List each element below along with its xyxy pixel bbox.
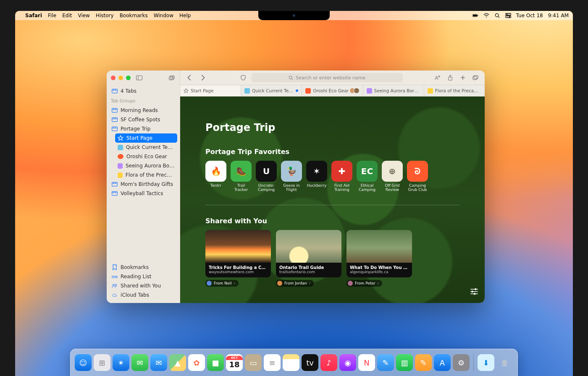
- shared-card[interactable]: What To Do When You See a Moo…algonquinp…: [346, 230, 412, 277]
- forward-button[interactable]: [198, 73, 208, 82]
- svg-rect-6: [505, 13, 511, 15]
- wifi-icon[interactable]: [483, 13, 489, 18]
- sidebar-tab[interactable]: Seeing Aurora Bore…: [115, 161, 177, 170]
- dock-app-music[interactable]: ♪: [320, 354, 337, 371]
- sidebar-tab-group[interactable]: Volleyball Tactics: [109, 189, 177, 198]
- menu-window[interactable]: Window: [154, 13, 173, 18]
- control-center-icon[interactable]: [505, 13, 511, 18]
- svg-rect-24: [112, 118, 118, 121]
- dock-app-tv[interactable]: tv: [302, 354, 318, 371]
- share-tab-group-button[interactable]: [433, 73, 443, 82]
- dock-app-news[interactable]: N: [358, 354, 375, 371]
- favorite-tile[interactable]: 🔥Tentrr: [205, 161, 226, 192]
- window-traffic-lights: [111, 76, 131, 80]
- sidebar-reading-list[interactable]: Reading List: [109, 272, 177, 281]
- shared-section-title: Shared with You: [205, 217, 459, 225]
- sidebar-tab-group[interactable]: Portage Trip: [109, 124, 177, 133]
- dock-app-keynote[interactable]: ✎: [415, 354, 432, 371]
- svg-point-60: [471, 291, 473, 292]
- favorite-tile[interactable]: ECEthical Camping: [357, 161, 378, 192]
- svg-rect-10: [136, 76, 142, 80]
- shared-from-pill[interactable]: From Neil›: [205, 280, 239, 287]
- new-tab-button[interactable]: [458, 73, 468, 82]
- tab[interactable]: Oroshi Eco Gear: [302, 85, 363, 96]
- tab[interactable]: Flora of the Precambi…: [424, 85, 485, 96]
- favorite-tile[interactable]: 🦆Geese in Flight: [281, 161, 302, 192]
- shared-from-pill[interactable]: From Jordan›: [276, 280, 314, 287]
- sidebar-tab-group[interactable]: Mom's Birthday Gifts: [109, 180, 177, 189]
- dock-app-podcasts[interactable]: ◉: [339, 354, 356, 371]
- favorite-tile[interactable]: 🥾Trail Tracker: [231, 161, 252, 192]
- dock-app-finder[interactable]: ☺: [75, 354, 92, 371]
- customize-start-page-button[interactable]: [470, 288, 479, 297]
- sidebar-tab[interactable]: Oroshi Eco Gear: [115, 152, 177, 161]
- sidebar-start-page[interactable]: Start Page: [115, 133, 177, 143]
- privacy-report-button[interactable]: [238, 73, 248, 82]
- sidebar-tab-group[interactable]: Morning Reads: [109, 106, 177, 115]
- section-divider: [205, 205, 459, 205]
- favorite-tile[interactable]: ᘐCamping Grub Club: [407, 161, 428, 192]
- dock-app-contacts[interactable]: ▭: [245, 354, 262, 371]
- shared-from-pill[interactable]: From Peter›: [346, 280, 382, 287]
- dock-app-reminders[interactable]: ≡: [264, 354, 281, 371]
- dock-app-calendar[interactable]: OCT18: [226, 354, 243, 371]
- favorite-tile[interactable]: UUncrate: Camping: [256, 161, 277, 192]
- menubar-date[interactable]: Tue Oct 18: [516, 13, 543, 18]
- safari-window: 4 Tabs Tab Groups Morning ReadsSF Coffee…: [107, 70, 485, 303]
- menu-bookmarks[interactable]: Bookmarks: [120, 13, 148, 18]
- sidebar-bookmarks[interactable]: Bookmarks: [109, 263, 177, 272]
- zoom-window-button[interactable]: [126, 76, 131, 80]
- dock-app-facetime[interactable]: ■: [207, 354, 224, 371]
- new-tab-group-button[interactable]: [167, 74, 176, 81]
- dock-app-numbers[interactable]: ▥: [396, 354, 413, 371]
- menu-view[interactable]: View: [78, 13, 89, 18]
- dock-app-mail[interactable]: ✉: [150, 354, 167, 371]
- back-button[interactable]: [184, 73, 194, 82]
- dock-app-maps[interactable]: ▲: [169, 354, 186, 371]
- dock-app-photos[interactable]: ✿: [188, 354, 205, 371]
- address-bar-placeholder: Search or enter website name: [296, 75, 365, 81]
- toggle-sidebar-button[interactable]: [135, 74, 143, 81]
- svg-point-46: [436, 76, 437, 78]
- sidebar-tab-group[interactable]: SF Coffee Spots: [109, 115, 177, 124]
- shared-card[interactable]: Tricks For Building a Campfire—F…wayouts…: [205, 230, 271, 277]
- dock-app-messages[interactable]: ✉: [131, 354, 148, 371]
- dock-app-safari[interactable]: ✴: [113, 354, 129, 371]
- dock-app-settings[interactable]: ⚙: [453, 354, 470, 371]
- dock-app-appstore[interactable]: A: [434, 354, 451, 371]
- menubar-app-name[interactable]: Safari: [25, 13, 42, 18]
- menu-edit[interactable]: Edit: [62, 13, 72, 18]
- safari-sidebar: 4 Tabs Tab Groups Morning ReadsSF Coffee…: [107, 70, 180, 303]
- battery-icon[interactable]: [472, 13, 478, 18]
- svg-point-41: [116, 276, 118, 278]
- minimize-window-button[interactable]: [118, 76, 123, 80]
- sidebar-local-tabs[interactable]: 4 Tabs: [109, 86, 177, 96]
- tab-overview-button[interactable]: [470, 73, 480, 82]
- tab[interactable]: Seeing Aurora Boreali…: [363, 85, 424, 96]
- menubar-time[interactable]: 9:41 AM: [548, 13, 569, 18]
- menu-file[interactable]: File: [48, 13, 56, 18]
- favorite-tile[interactable]: ⊕Off Grid Review: [382, 161, 403, 192]
- sidebar-shared-with-you[interactable]: Shared with You: [109, 281, 177, 290]
- start-page-title: Portage Trip: [205, 122, 459, 133]
- address-bar[interactable]: Search or enter website name: [252, 73, 403, 82]
- favorite-tile[interactable]: ✚First Aid Training: [331, 161, 352, 192]
- close-window-button[interactable]: [111, 76, 116, 80]
- svg-rect-2: [478, 15, 478, 16]
- tab[interactable]: Start Page: [180, 85, 241, 96]
- dock-app-notes[interactable]: [283, 354, 299, 371]
- favorite-tile[interactable]: ✶Huckberry: [306, 161, 327, 192]
- spotlight-icon[interactable]: [494, 13, 500, 18]
- sidebar-icloud-tabs[interactable]: iCloud Tabs: [109, 290, 177, 300]
- menu-history[interactable]: History: [96, 13, 114, 18]
- share-button[interactable]: [445, 73, 455, 82]
- dock-app-downloads[interactable]: ⬇: [478, 354, 494, 371]
- sidebar-tab[interactable]: Flora of the Precam…: [115, 170, 177, 180]
- shared-card[interactable]: Ontario Trail Guidetrailsofontario.com: [276, 230, 341, 277]
- menu-help[interactable]: Help: [179, 13, 191, 18]
- dock-app-launchpad[interactable]: ⊞: [94, 354, 110, 371]
- dock-app-freeform[interactable]: ✎: [377, 354, 394, 371]
- dock-app-trash[interactable]: 🗑: [496, 354, 513, 371]
- tab[interactable]: Quick Current Tents: [241, 85, 302, 96]
- sidebar-tab[interactable]: Quick Current Tents: [115, 143, 177, 152]
